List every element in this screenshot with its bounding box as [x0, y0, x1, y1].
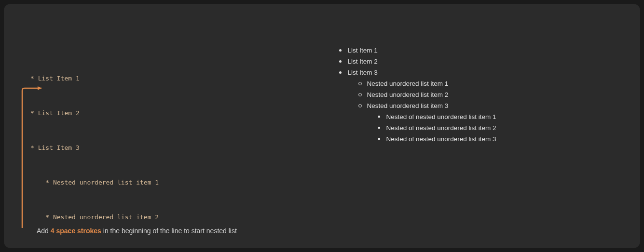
source-line: * Nested unordered list item 1: [30, 177, 305, 188]
source-line: * List Item 2: [30, 107, 305, 119]
list-level-2: Nested unordered list item 1 Nested unor…: [348, 78, 624, 145]
editor-hint-annotation: Add 4 space strokes in the beginning of …: [37, 227, 237, 235]
list-item: Nested of nested unordered list item 2: [378, 122, 624, 133]
list-item: Nested unordered list item 2: [358, 89, 624, 100]
hint-highlight: 4 space strokes: [51, 227, 101, 235]
source-line: * List Item 1: [30, 73, 305, 84]
rendered-markdown: List Item 1 List Item 2 List Item 3 Nest…: [339, 45, 624, 145]
markdown-source[interactable]: * List Item 1 * List Item 2 * List Item …: [30, 50, 305, 248]
hint-suffix: in the beginning of the line to start ne…: [101, 227, 237, 235]
list-item: List Item 3 Nested unordered list item 1…: [339, 67, 624, 145]
list-item: Nested of nested unordered list item 3: [378, 133, 624, 145]
source-editor-pane[interactable]: * List Item 1 * List Item 2 * List Item …: [4, 4, 322, 248]
list-level-1: List Item 1 List Item 2 List Item 3 Nest…: [339, 45, 624, 145]
list-item: Nested of nested unordered list item 1: [378, 111, 624, 122]
source-line: * List Item 3: [30, 142, 305, 154]
editor-preview-container: * List Item 1 * List Item 2 * List Item …: [4, 4, 640, 248]
list-item: Nested unordered list item 3 Nested of n…: [358, 100, 624, 145]
list-item: List Item 1: [339, 45, 624, 56]
list-level-3: Nested of nested unordered list item 1 N…: [367, 111, 624, 145]
rendered-preview-pane: List Item 1 List Item 2 List Item 3 Nest…: [322, 4, 641, 248]
list-item: Nested unordered list item 1: [358, 78, 624, 89]
hint-prefix: Add: [37, 227, 51, 235]
source-line: * Nested unordered list item 3: [30, 246, 305, 248]
list-item: List Item 2: [339, 56, 624, 67]
source-line: * Nested unordered list item 2: [30, 212, 305, 223]
